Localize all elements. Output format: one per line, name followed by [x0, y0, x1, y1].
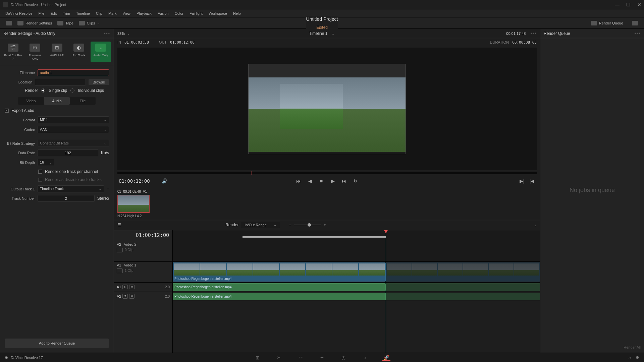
- menu-trim[interactable]: Trim: [60, 11, 73, 16]
- play-button[interactable]: ▶: [329, 178, 336, 184]
- fullscreen-button[interactable]: [3, 19, 15, 27]
- page-edit[interactable]: ☷: [297, 354, 305, 361]
- filename-input[interactable]: [38, 69, 109, 76]
- track-v2[interactable]: [173, 241, 540, 262]
- settings-button[interactable]: ⚙: [636, 355, 639, 360]
- audio-clip-dim[interactable]: [386, 293, 540, 300]
- video-clip[interactable]: Photoshop Regenbogen erstellen.mp4: [173, 262, 386, 282]
- track-header-v2[interactable]: V2Video 2 0 Clip: [114, 241, 172, 262]
- track-a1[interactable]: Photoshop Regenbogen erstellen.mp4: [173, 283, 540, 292]
- track-header-v1[interactable]: V1Video 1 1 Clip: [114, 262, 172, 283]
- track-header-a2[interactable]: A2 S M 2.0: [114, 292, 172, 301]
- audio-clip-dim[interactable]: [386, 283, 540, 291]
- menu-workspace[interactable]: Workspace: [206, 11, 230, 16]
- audio-clip[interactable]: Photoshop Regenbogen erstellen.mp4: [173, 293, 386, 300]
- location-input[interactable]: [35, 79, 86, 85]
- expand-button[interactable]: [629, 19, 641, 27]
- menu-playback[interactable]: Playback: [134, 11, 154, 16]
- menu-timeline[interactable]: Timeline: [73, 11, 93, 16]
- timeline-ruler[interactable]: [173, 230, 540, 241]
- maximize-button[interactable]: ☐: [626, 2, 631, 7]
- page-cut[interactable]: ✂: [275, 354, 283, 361]
- output-track-select[interactable]: Timeline Track⌄: [38, 185, 104, 192]
- page-deliver[interactable]: 🚀: [382, 354, 390, 361]
- viewer-menu-button[interactable]: •••: [530, 31, 537, 36]
- track-number-input[interactable]: [38, 195, 95, 202]
- page-fairlight[interactable]: ♪: [361, 354, 369, 361]
- codec-select[interactable]: AAC⌄: [38, 126, 109, 133]
- clips-button[interactable]: Clips⌄: [76, 19, 103, 27]
- menu-davinci[interactable]: DaVinci Resolve: [3, 11, 35, 16]
- track-header-a1[interactable]: A1 S M 2.0: [114, 283, 172, 292]
- render-range-select[interactable]: In/Out Range⌄: [241, 222, 279, 228]
- menu-fairlight[interactable]: Fairlight: [187, 11, 205, 16]
- render-settings-button[interactable]: Render Settings: [15, 19, 55, 27]
- menu-file[interactable]: File: [36, 11, 47, 16]
- tab-file[interactable]: File: [70, 97, 96, 105]
- render-queue-button[interactable]: Render Queue: [588, 19, 626, 27]
- panel-menu-button[interactable]: •••: [104, 31, 110, 36]
- menu-mark[interactable]: Mark: [106, 11, 119, 16]
- menu-view[interactable]: View: [120, 11, 133, 16]
- page-color[interactable]: ◎: [339, 354, 347, 361]
- solo-button[interactable]: S: [122, 285, 128, 289]
- tracks-area[interactable]: Photoshop Regenbogen erstellen.mp4 Photo…: [173, 230, 540, 353]
- mute-button[interactable]: M: [129, 294, 135, 299]
- page-media[interactable]: ⊞: [254, 354, 262, 361]
- data-rate-input[interactable]: [38, 149, 98, 156]
- track-toggle[interactable]: [117, 268, 123, 273]
- zoom-slider[interactable]: [294, 225, 321, 225]
- audio-view-button[interactable]: ♪: [535, 223, 537, 227]
- clip-thumbnail[interactable]: 01 00:01:05:48 V1 H.264 High L4.2: [117, 190, 150, 218]
- queue-menu-button[interactable]: •••: [634, 31, 641, 36]
- prev-frame-button[interactable]: ◀: [307, 178, 313, 184]
- preset-audio-only[interactable]: ♪Audio Only: [91, 42, 111, 62]
- prev-clip-button[interactable]: |◀: [529, 178, 535, 184]
- one-track-checkbox[interactable]: [38, 170, 42, 174]
- next-frame-button[interactable]: ⏭: [341, 178, 347, 184]
- first-frame-button[interactable]: ⏮: [295, 178, 302, 184]
- menu-help[interactable]: Help: [230, 11, 244, 16]
- mute-button[interactable]: M: [129, 285, 135, 289]
- preset-protools[interactable]: ◐Pro Tools: [68, 42, 89, 62]
- minimize-button[interactable]: —: [615, 2, 620, 7]
- browse-button[interactable]: Browse: [89, 79, 109, 85]
- home-button[interactable]: ⌂: [629, 355, 631, 360]
- timeline-name[interactable]: Timeline 1: [309, 31, 328, 36]
- scrubber[interactable]: [117, 172, 537, 174]
- track-a2[interactable]: Photoshop Regenbogen erstellen.mp4: [173, 292, 540, 301]
- menu-clip[interactable]: Clip: [93, 11, 105, 16]
- close-button[interactable]: ✕: [637, 2, 641, 7]
- track-toggle[interactable]: [117, 248, 123, 252]
- in-out-range[interactable]: [243, 236, 386, 238]
- preset-fcp7[interactable]: 🎬Final Cut Pro 7: [3, 42, 23, 62]
- playhead[interactable]: [386, 230, 386, 353]
- preset-avid[interactable]: ⊞AVID AAF: [47, 42, 67, 62]
- zoom-in-button[interactable]: +: [324, 223, 326, 227]
- individual-clips-radio[interactable]: [70, 88, 74, 93]
- single-clip-radio[interactable]: [41, 88, 45, 93]
- render-all-button[interactable]: Render All: [540, 342, 644, 353]
- timeline-options-button[interactable]: ☰: [117, 223, 121, 227]
- page-fusion[interactable]: ✦: [318, 354, 326, 361]
- tape-button[interactable]: Tape: [55, 19, 76, 27]
- menu-edit[interactable]: Edit: [48, 11, 59, 16]
- export-audio-checkbox[interactable]: ✓: [5, 109, 9, 113]
- chevron-down-icon[interactable]: ⌄: [127, 31, 130, 36]
- menu-color[interactable]: Color: [172, 11, 186, 16]
- volume-icon[interactable]: 🔊: [161, 178, 168, 184]
- loop-button[interactable]: ↻: [352, 178, 359, 184]
- preset-premiere[interactable]: PrPremiere XML: [24, 42, 45, 62]
- stop-button[interactable]: ■: [318, 178, 325, 184]
- video-clip-dim[interactable]: [386, 262, 540, 282]
- next-clip-button[interactable]: ▶|: [519, 178, 525, 184]
- format-select[interactable]: MP4⌄: [38, 116, 109, 123]
- add-track-button[interactable]: +: [107, 187, 109, 191]
- menu-fusion[interactable]: Fusion: [155, 11, 171, 16]
- chevron-down-icon[interactable]: ⌄: [331, 31, 335, 36]
- audio-clip[interactable]: Photoshop Regenbogen erstellen.mp4: [173, 283, 386, 291]
- tab-audio[interactable]: Audio: [44, 97, 70, 105]
- viewer[interactable]: [117, 48, 537, 170]
- zoom-level[interactable]: 33%: [117, 32, 125, 36]
- zoom-out-button[interactable]: −: [289, 223, 291, 227]
